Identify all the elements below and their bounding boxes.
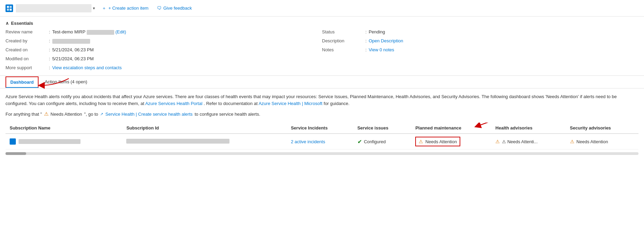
svg-rect-2 (7, 9, 9, 11)
col-header-service-issues: Service issues (353, 123, 411, 134)
modified-on-row: Modified on : 5/21/2024, 06:23 PM (6, 56, 322, 64)
subscriptions-table: Subscription Name Subscription Id Servic… (6, 123, 638, 149)
description-value: Open Description (369, 38, 403, 43)
modified-on-label: Modified on (6, 56, 47, 61)
review-name-row: Review name : Test-demo MIRP (Edit) (6, 29, 322, 37)
subscriptions-table-container[interactable]: Subscription Name Subscription Id Servic… (6, 123, 638, 149)
essentials-right-col: Status : Pending Description : Open Desc… (322, 29, 638, 73)
redacted-creator (52, 39, 90, 44)
scrollbar-thumb[interactable] (6, 152, 26, 155)
more-support-row: More support : View escalation steps and… (6, 65, 322, 73)
external-link-icon: ↗ (100, 112, 103, 116)
svg-rect-3 (10, 9, 12, 11)
edit-review-link[interactable]: (Edit) (115, 29, 126, 34)
warn-icon-security: ⚠ (570, 139, 575, 144)
created-by-value (52, 38, 90, 44)
col-header-subscription-id: Subscription Id (122, 123, 287, 134)
dashboard-description: Azure Service Health alerts notify you a… (6, 93, 638, 107)
essentials-left-col: Review name : Test-demo MIRP (Edit) Crea… (6, 29, 322, 73)
col-header-planned-maintenance: Planned maintenance (411, 123, 491, 134)
table-header-row: Subscription Name Subscription Id Servic… (6, 123, 638, 134)
more-support-label: More support (6, 65, 47, 70)
col-header-service-incidents: Service Incidents (287, 123, 353, 134)
active-incidents-link[interactable]: 2 active incidents (291, 139, 325, 144)
status-row: Status : Pending (322, 29, 638, 37)
feedback-icon: 🗨 (157, 6, 161, 11)
status-label: Status (322, 29, 363, 34)
status-value: Pending (369, 29, 385, 34)
review-name-value: Test-demo MIRP (Edit) (52, 29, 126, 35)
horizontal-scrollbar[interactable] (6, 152, 638, 155)
open-description-link[interactable]: Open Description (369, 38, 403, 43)
plus-icon: ＋ (102, 5, 106, 11)
col-header-subscription-name: Subscription Name (6, 123, 122, 134)
health-needs-attention-label: ⚠ Needs Attenti... (502, 139, 538, 144)
essentials-grid: Review name : Test-demo MIRP (Edit) Crea… (6, 29, 638, 73)
attention-notice-row: For anything that " ⚠ Needs Attention ",… (6, 111, 638, 117)
create-action-item-button[interactable]: ＋ + Create action item (102, 5, 149, 11)
notes-label: Notes (322, 47, 363, 52)
col-header-health-advisories: Health advisories (491, 123, 566, 134)
top-bar: ▾ ＋ + Create action item 🗨 Give feedback (0, 0, 644, 17)
modified-on-value: 5/21/2024, 06:23 PM (52, 56, 94, 61)
tabs-bar: Dashboard Action Items (4 open) (0, 76, 644, 88)
cell-security-advisories: ⚠ Needs Attention (566, 134, 638, 149)
planned-needs-attention-label: Needs Attention (425, 139, 457, 144)
cell-service-issues: ✔ Configured (353, 134, 411, 149)
collapse-icon: ∧ (6, 21, 9, 26)
app-logo (6, 4, 13, 12)
check-icon: ✔ (357, 138, 362, 145)
warn-icon-planned: ⚠ (419, 139, 423, 144)
tabs-region: Dashboard Action Items (4 open) (0, 76, 644, 88)
cell-planned-maintenance: ⚠ Needs Attention (411, 134, 491, 149)
cell-sub-id (122, 134, 287, 149)
notes-row: Notes : View 0 notes (322, 47, 638, 55)
col-header-security-advisories: Security advisories (566, 123, 638, 134)
essentials-header[interactable]: ∧ Essentials (6, 21, 638, 26)
redacted-name (87, 30, 114, 35)
description-label: Description (322, 38, 363, 43)
review-name-label: Review name (6, 29, 47, 34)
warning-icon-inline: ⚠ (44, 111, 49, 117)
cell-health-advisories: ⚠ ⚠ Needs Attenti... (491, 134, 566, 149)
security-needs-attention-label: Needs Attention (577, 139, 608, 144)
tab-action-items[interactable]: Action Items (4 open) (40, 76, 92, 88)
created-by-row: Created by : (6, 38, 322, 46)
service-health-create-alerts-link[interactable]: Service Health | Create service health a… (105, 112, 192, 117)
subscription-icon (10, 138, 16, 145)
more-support-value: View escalation steps and contacts (52, 65, 122, 70)
cell-sub-name (6, 134, 122, 149)
notes-value: View 0 notes (369, 47, 394, 52)
main-content: Azure Service Health alerts notify you a… (0, 88, 644, 160)
escalation-steps-link[interactable]: View escalation steps and contacts (52, 65, 122, 70)
configured-label: Configured (364, 139, 386, 144)
view-notes-link[interactable]: View 0 notes (369, 47, 394, 52)
created-on-value: 5/21/2024, 06:23 PM (52, 47, 94, 52)
azure-service-health-doc-link[interactable]: Azure Service Health | Microsoft (259, 101, 322, 106)
svg-rect-1 (10, 6, 12, 8)
svg-rect-0 (7, 6, 9, 8)
created-on-label: Created on (6, 47, 47, 52)
azure-health-portal-link[interactable]: Azure Services Health Portal (145, 101, 202, 106)
title-dropdown-chevron[interactable]: ▾ (93, 6, 95, 11)
app-title-bar (16, 4, 92, 12)
warn-icon-health: ⚠ (495, 139, 500, 144)
planned-maintenance-needs-attention: ⚠ Needs Attention (415, 137, 460, 146)
table-row: 2 active incidents ✔ Configured ⚠ Needs … (6, 134, 638, 149)
cell-service-incidents: 2 active incidents (287, 134, 353, 149)
created-by-label: Created by (6, 38, 47, 43)
created-on-row: Created on : 5/21/2024, 06:23 PM (6, 47, 322, 55)
tab-dashboard[interactable]: Dashboard (6, 76, 39, 88)
redacted-sub-name (19, 139, 80, 144)
description-row: Description : Open Description (322, 38, 638, 46)
redacted-sub-id (126, 139, 229, 144)
essentials-section: ∧ Essentials Review name : Test-demo MIR… (0, 17, 644, 76)
give-feedback-button[interactable]: 🗨 Give feedback (157, 6, 192, 11)
